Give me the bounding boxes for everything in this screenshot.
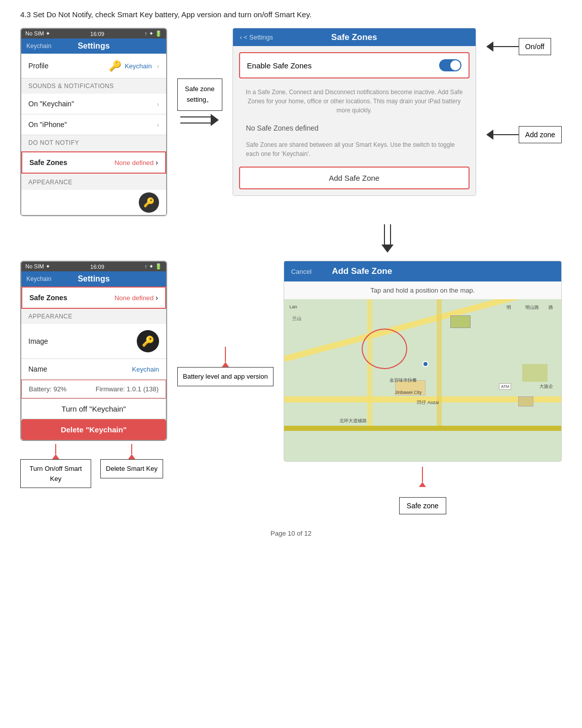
intro-text: 4.3 Set Do Not Notify, check Smart Key b… <box>20 10 562 19</box>
back-label-bottom[interactable]: Keychain <box>26 275 51 282</box>
addzone-callout: Add zone <box>519 126 562 143</box>
road-diagonal-1 <box>284 299 553 362</box>
safe-zones-panel: ‹ < Settings Safe Zones Enable Safe Zone… <box>232 28 476 196</box>
profile-row[interactable]: Profile 🔑 Keychain › <box>21 54 166 78</box>
building-4 <box>522 364 548 382</box>
atm-label: ATM <box>499 383 511 390</box>
building-3 <box>518 396 533 407</box>
map-label-jinbawei2: Jinbawei City <box>395 390 422 395</box>
asz-cancel-btn[interactable]: Cancel <box>291 268 312 275</box>
road-v-2 <box>437 299 442 429</box>
profile-label: Profile <box>28 62 49 70</box>
sz-add-btn[interactable]: Add Safe Zone <box>239 167 470 189</box>
safe-zones-row-top[interactable]: Safe Zones None defined › <box>21 151 166 174</box>
safe-zones-chevron-b: › <box>156 294 158 302</box>
asz-nav-bar: Cancel Add Safe Zone <box>284 261 561 281</box>
bottom-left-col: No SIM ✦ 16:09 ↑ ✦ 🔋 Keychain Settings S… <box>20 261 167 488</box>
phone-title-top: Settings <box>77 42 109 51</box>
map-label-jinbawei: 金百味市快餐 <box>390 377 417 384</box>
battery-annotation-col: Battery level and app version <box>177 347 274 386</box>
red-line-safezone <box>422 467 423 482</box>
name-row[interactable]: Name Keychain <box>21 359 166 380</box>
phone-body-top: Profile 🔑 Keychain › Sounds & Notificati… <box>21 54 166 215</box>
turn-onoff-callout: Turn On/off Smart Key <box>20 459 91 488</box>
phone-title-bottom: Settings <box>77 274 109 284</box>
red-arrow-delete <box>128 454 135 459</box>
addzone-annotation-row: Add zone <box>486 126 562 143</box>
bottom-right-col: Cancel Add Safe Zone Tap and hold a posi… <box>284 261 562 514</box>
sz-enable-row[interactable]: Enable Safe Zones <box>239 52 470 78</box>
safe-zones-chevron-top: › <box>156 158 158 167</box>
red-line-battery <box>225 347 226 362</box>
sz-back-btn[interactable]: ‹ < Settings <box>240 33 274 41</box>
phone-screen-bottom: No SIM ✦ 16:09 ↑ ✦ 🔋 Keychain Settings S… <box>20 261 167 441</box>
turn-off-btn[interactable]: Turn off "Keychain" <box>21 398 166 419</box>
on-iphone-label: On "iPhone" <box>28 120 67 129</box>
right-annotation-col: On/off Add zone <box>486 28 562 143</box>
sz-description: In a Safe Zone, Connect and Disconnect n… <box>239 84 470 119</box>
map-label-beihuan: 北环大道辅路 <box>339 418 367 424</box>
red-arrow-battery <box>222 362 229 367</box>
battery-level: Battery: 92% <box>29 385 66 393</box>
name-value: Keychain <box>132 366 159 373</box>
onoff-callout: On/off <box>519 38 551 55</box>
middle-arrow-section: Safe zone setting。 <box>177 28 222 126</box>
status-bar-left: No SIM ✦ <box>25 30 50 37</box>
turn-onoff-annotation: Turn On/off Smart Key <box>20 444 91 488</box>
on-keychain-label: On "Keychain" <box>28 100 74 108</box>
phone-body-bottom: Safe Zones None defined › Appearance Ima… <box>21 287 166 440</box>
building-1 <box>450 315 471 328</box>
delete-btn[interactable]: Delete "Keychain" <box>21 419 166 440</box>
map-label-mingshan: 明山路 <box>525 304 539 311</box>
name-label: Name <box>28 365 47 373</box>
on-keychain-row[interactable]: On "Keychain" › <box>21 94 166 114</box>
status-bar-left-b: No SIM ✦ <box>25 263 50 270</box>
sz-body: Enable Safe Zones In a Safe Zone, Connec… <box>233 46 476 195</box>
map-container: ATM 路 明山路 Lan 兰山 金百味市快餐 Jinbawei City 凹仔… <box>284 299 561 461</box>
sz-toggle[interactable] <box>439 59 461 71</box>
safe-zones-label-b: Safe Zones <box>29 294 67 302</box>
firmware-version: Firmware: 1.0.1 (138) <box>96 385 159 393</box>
status-bar-right: ↑ ✦ 🔋 <box>144 30 162 37</box>
asz-instruction: Tap and hold a position on the map. <box>284 281 561 299</box>
map-circle <box>362 329 407 369</box>
section-header-sounds: Sounds & Notifications <box>21 78 166 94</box>
safe-zones-label-top: Safe Zones <box>29 158 67 167</box>
section-header-dnn: Do Not Notify <box>21 135 166 150</box>
profile-chevron: › <box>157 62 159 70</box>
section-header-appearance-top: Appearance <box>21 175 166 190</box>
section-header-appearance-b: Appearance <box>21 309 166 324</box>
status-bar-bottom: No SIM ✦ 16:09 ↑ ✦ 🔋 <box>21 262 166 271</box>
status-bar-center-b: 16:09 <box>90 264 104 270</box>
map-label-dazu: 大族企 <box>539 383 553 390</box>
image-row[interactable]: Image 🔑 <box>21 324 166 359</box>
addzone-arrow <box>486 130 519 140</box>
battery-callout: Battery level and app version <box>177 367 274 386</box>
image-label: Image <box>28 337 48 345</box>
key-icon: 🔑 <box>109 60 122 72</box>
map-label-aozai: 凹仔 Aozai <box>417 399 439 406</box>
down-arrow-section <box>20 224 562 253</box>
on-iphone-row[interactable]: On "iPhone" › <box>21 114 166 135</box>
bottom-annotations-row: Turn On/off Smart Key Delete Smart Key <box>20 444 167 488</box>
road-h-bottom <box>284 426 561 431</box>
sz-enable-label: Enable Safe Zones <box>247 61 312 70</box>
red-arrow-safezone <box>419 482 426 487</box>
onoff-annotation-row: On/off <box>486 38 551 55</box>
onoff-arrow <box>486 42 519 52</box>
delete-callout: Delete Smart Key <box>100 459 163 478</box>
battery-row: Battery: 92% Firmware: 1.0.1 (138) <box>21 380 166 398</box>
on-iphone-chevron: › <box>157 121 159 129</box>
asz-title: Add Safe Zone <box>332 266 392 276</box>
safe-zones-value-top: None defined <box>114 159 153 167</box>
status-bar-right-b: ↑ ✦ 🔋 <box>144 263 162 270</box>
red-arrow-turn-onoff <box>52 454 59 459</box>
map-label-road: 路 <box>549 304 553 311</box>
back-label-top[interactable]: Keychain <box>26 43 51 50</box>
status-bar-top: No SIM ✦ 16:09 ↑ ✦ 🔋 <box>21 29 166 38</box>
phone-nav-bar-top: Keychain Settings <box>21 38 166 54</box>
add-safe-zone-panel: Cancel Add Safe Zone Tap and hold a posi… <box>284 261 562 462</box>
status-bar-center: 16:09 <box>90 31 104 37</box>
safe-zones-row-bottom[interactable]: Safe Zones None defined › <box>21 287 166 309</box>
map-label-lanshan: 兰山 <box>292 315 301 322</box>
